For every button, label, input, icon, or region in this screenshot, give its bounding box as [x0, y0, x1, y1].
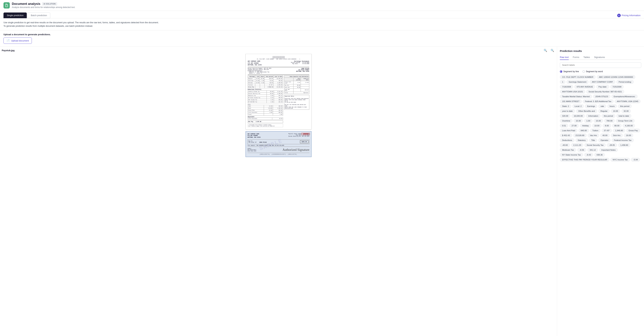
tag-item[interactable]: Loan Amt Paid [560, 129, 578, 132]
tag-item[interactable]: 1.00 [584, 119, 592, 123]
tag-item[interactable]: 7/18/2008 [560, 85, 573, 89]
doc-viewer-header: Paystub.jpg 🔍 🔍 [2, 48, 555, 52]
tag-item[interactable]: 16,640.00 [572, 114, 585, 118]
tag-item[interactable]: Period ending: [616, 80, 634, 84]
tag-item[interactable]: EFFECTIVE THIS PAY PERIOD YOUR REGULAR [560, 158, 610, 162]
tag-item[interactable]: Local: 2 [572, 104, 584, 108]
tag-item[interactable]: NY State Income Tax [560, 153, 583, 157]
tag-item[interactable]: Operator [598, 138, 610, 142]
tag-item[interactable]: Earnings Statement [566, 80, 588, 84]
tag-item[interactable]: 4,160.00 [622, 124, 635, 128]
tag-item[interactable]: -8.43 [584, 153, 593, 157]
tag-item[interactable]: Medicare Tax [560, 148, 576, 152]
tag-item[interactable]: Gross Pay [626, 129, 640, 132]
check-page: *0000000* ANY COMPANY CORP. 475 ANY AVEN… [246, 131, 312, 157]
tag-item[interactable]: 10.00 [592, 124, 602, 128]
check-header: ANY COMPANY CORP. 475 ANY AVENUE ANYTOWN… [248, 133, 310, 138]
tag-item[interactable]: 438.36 [594, 153, 605, 157]
tag-item[interactable]: Tuition [590, 129, 600, 132]
tag-item[interactable]: JOHN STILES [593, 95, 610, 98]
tag-item[interactable]: 15.00 [574, 119, 583, 123]
tag-item[interactable]: NYC Income Tax [610, 158, 630, 162]
tag-item[interactable]: Information [586, 114, 600, 118]
tag-item[interactable]: $ 452.43 [560, 134, 572, 137]
segment-line-radio[interactable] [560, 70, 562, 73]
tag-item[interactable]: -40.60 [560, 143, 570, 147]
tag-item[interactable]: Holiday [580, 124, 591, 128]
tag-item[interactable]: -5.94 [631, 158, 640, 162]
tag-item[interactable]: Earnings [585, 104, 597, 108]
segment-by-line-option[interactable]: Segment by line [560, 70, 579, 73]
tag-item[interactable]: Pay date: [596, 85, 609, 89]
tag-item[interactable]: ANYTOWN, USA 12345 [614, 99, 640, 103]
tag-item[interactable]: 1 [560, 80, 566, 84]
search-labels-input[interactable] [560, 62, 641, 68]
tag-item[interactable]: 341.12 [587, 148, 598, 152]
tag-item[interactable]: this period [602, 114, 615, 118]
tag-item[interactable]: year to date [560, 109, 575, 113]
tab-single-prediction[interactable]: Single prediction [4, 12, 27, 18]
tag-item[interactable]: 320.00 [560, 114, 570, 118]
tag-item[interactable]: Taxable Marital Status: Married [560, 95, 592, 98]
segment-word-radio[interactable] [582, 70, 585, 73]
tag-item[interactable]: Other Benefits and [576, 109, 597, 113]
upload-document-button[interactable]: 📄 Upload document [4, 37, 32, 44]
tag-item[interactable]: ANY COMPANY CORP. [590, 80, 615, 84]
tab-forms[interactable]: Forms [573, 55, 579, 60]
tag-item[interactable]: Federal: 3. $25 Additional Tax [583, 99, 614, 103]
tag-item[interactable]: Regular [598, 109, 610, 113]
tag-item[interactable]: State: 2 [560, 104, 571, 108]
tag-item[interactable]: -28.05 [607, 143, 617, 147]
tab-tables[interactable]: Tables [583, 55, 590, 60]
tag-item[interactable]: CO. FILE DEPT. CLOCK NUMBER [560, 75, 596, 79]
tag-item[interactable]: Vac Hrs [588, 134, 599, 137]
tag-item[interactable]: 840.00 [578, 129, 589, 132]
deductions-header: DeductionsStatutory [248, 89, 283, 90]
tag-item[interactable]: Deductions [560, 138, 574, 142]
tag-item[interactable]: rate [598, 104, 606, 108]
tag-item[interactable]: 16.00 [624, 134, 634, 137]
tag-item[interactable]: Group Term Life [616, 119, 634, 123]
tag-item[interactable]: 32.00 [622, 109, 631, 113]
tab-batch-prediction[interactable]: Batch prediction [28, 12, 50, 18]
tag-item[interactable]: 80.00 [612, 124, 622, 128]
tag-item[interactable]: 8.00 [602, 124, 611, 128]
tag-item[interactable]: 0.51 [560, 124, 568, 128]
tag-item[interactable]: 7/25/2008 [610, 85, 624, 89]
tag-item[interactable]: this period [618, 104, 632, 108]
tab-signatures[interactable]: Signatures [594, 55, 605, 60]
tag-item[interactable]: Social Security Tax [584, 143, 606, 147]
tag-item[interactable]: 780.00 [604, 119, 615, 123]
tag-item[interactable]: Federal Income Tax [612, 138, 634, 142]
tag-item[interactable]: 1,946.80 [613, 129, 625, 132]
tag-item[interactable]: Overtime [560, 119, 572, 123]
tag-item[interactable]: 475 ANY AVENUE [574, 85, 595, 89]
tag-item[interactable]: total to date [616, 114, 631, 118]
tag-item[interactable]: Exemptions/Allowances: [612, 95, 638, 98]
tag-item[interactable]: 101 MAIN STREET [560, 99, 582, 103]
tag-item[interactable]: 2,111.20 [571, 143, 584, 147]
tag-item[interactable]: 27.00 [569, 124, 579, 128]
pricing-link[interactable]: S Pricing Information [617, 14, 640, 17]
tag-item[interactable]: ABC 126543 123456 12345 00000000 [597, 75, 635, 79]
tag-item[interactable]: 10.00 [611, 109, 620, 113]
tag-item[interactable]: Statutory [576, 138, 588, 142]
tag-item[interactable]: ANYTOWN USA 10101 [560, 90, 585, 94]
tag-item[interactable]: hours [607, 104, 617, 108]
tag-item[interactable]: 37.43* [602, 129, 612, 132]
segment-by-word-option[interactable]: Segment by word [582, 70, 603, 73]
tag-item[interactable]: 1,458.60 [618, 143, 630, 147]
zoom-in-button[interactable]: 🔍 [550, 48, 555, 52]
paystub-header: ANY COMPANY CORP. 475 ANY AVENUE ANYTOWN… [248, 60, 309, 66]
zoom-out-button[interactable]: 🔍 [543, 48, 548, 52]
tag-item[interactable]: Important Notes [599, 148, 618, 152]
tag-item[interactable]: -6.56 [577, 148, 586, 152]
document-pages[interactable]: ||||||||||| CO. FILE DEPT. CLOCK NUMBER … [2, 54, 555, 336]
tag-item[interactable]: 15.00 [594, 119, 603, 123]
tag-item[interactable]: Title [589, 138, 597, 142]
tag-item[interactable]: Social Security Number: 987-65-4321 [586, 90, 624, 94]
tag-item[interactable]: 40.00 [600, 134, 610, 137]
tab-raw-text[interactable]: Raw text [560, 55, 569, 60]
tag-item[interactable]: 23,526.80 [573, 134, 586, 137]
tag-item[interactable]: Sick Hrs [611, 134, 623, 137]
